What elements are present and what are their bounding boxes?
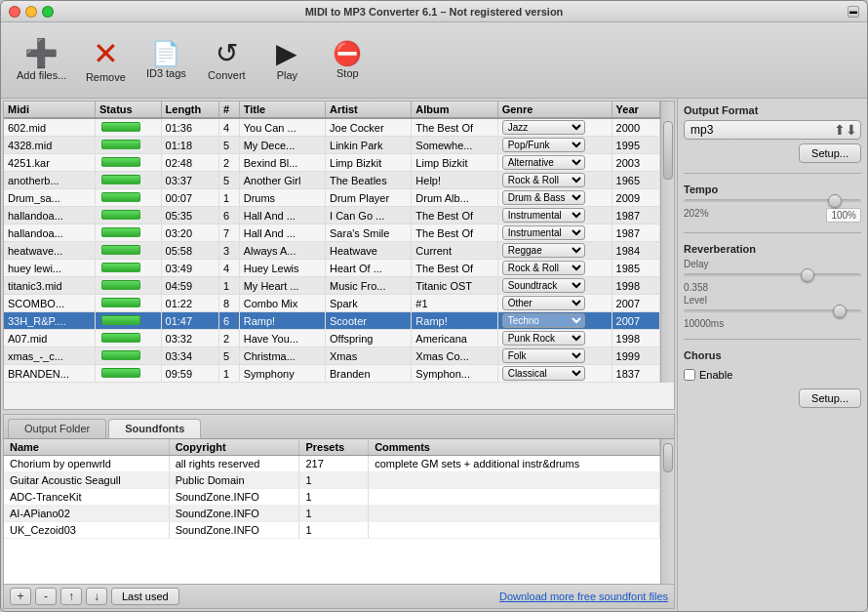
table-row[interactable]: hallandoa...05:356Hall And ...I Can Go .… (4, 207, 660, 224)
col-status: Status (96, 102, 162, 118)
cell-num: 5 (218, 172, 239, 189)
sf-scrollbar-thumb[interactable] (663, 443, 673, 472)
genre-select[interactable]: JazzPop/FunkAlternativeRock & RollDrum &… (502, 296, 585, 310)
cell-album: Ramp! (412, 312, 497, 330)
genre-select[interactable]: JazzPop/FunkAlternativeRock & RollDrum &… (502, 366, 585, 381)
cell-midi: A07.mid (4, 330, 96, 347)
delay-slider-thumb[interactable] (801, 268, 814, 282)
table-row[interactable]: xmas_-_c...03:345Christma...XmasXmas Co.… (4, 347, 660, 365)
soundfont-row[interactable]: ADC-TranceKitSoundZone.INFO1 (4, 489, 660, 506)
output-format-label: Output Format (684, 104, 861, 116)
status-bar-indicator (101, 122, 140, 132)
chorus-enable-checkbox[interactable] (684, 369, 695, 381)
tab-bar: Output Folder Soundfonts (4, 415, 674, 439)
table-row[interactable]: hallandoa...03:207Hall And ...Sara's Smi… (4, 224, 660, 242)
cell-title: My Dece... (239, 137, 325, 154)
output-format-select[interactable]: mp3 wav ogg (684, 120, 861, 140)
download-link[interactable]: Download more free soundfont files (499, 591, 668, 602)
play-icon: ▶ (276, 40, 297, 67)
tempo-slider-thumb[interactable] (828, 194, 842, 208)
genre-select[interactable]: JazzPop/FunkAlternativeRock & RollDrum &… (502, 225, 585, 240)
genre-select[interactable]: JazzPop/FunkAlternativeRock & RollDrum &… (502, 190, 585, 205)
id3-tags-button[interactable]: 📄 ID3 tags (137, 27, 195, 94)
tempo-reset[interactable]: 100% (826, 208, 861, 223)
cell-length: 02:48 (161, 154, 218, 172)
genre-select[interactable]: JazzPop/FunkAlternativeRock & RollDrum &… (502, 173, 585, 187)
close-button[interactable] (9, 6, 20, 18)
table-row[interactable]: titanic3.mid04:591My Heart ...Music Fro.… (4, 277, 660, 295)
genre-select[interactable]: JazzPop/FunkAlternativeRock & RollDrum &… (502, 243, 585, 258)
left-panel: Midi Status Length # Title Artist Album … (1, 99, 677, 611)
table-row[interactable]: A07.mid03:322Have You...OffspringAmerica… (4, 330, 660, 347)
table-row[interactable]: 4251.kar02:482Bexind Bl...Limp BizkitLim… (4, 154, 660, 172)
genre-select[interactable]: JazzPop/FunkAlternativeRock & RollDrum &… (502, 331, 585, 346)
id3-icon: 📄 (151, 42, 180, 65)
cell-year: 1998 (612, 330, 659, 347)
soundfont-down-button[interactable]: ↓ (86, 588, 107, 605)
minimize-button[interactable] (25, 6, 37, 18)
genre-select[interactable]: JazzPop/FunkAlternativeRock & RollDrum &… (502, 348, 585, 363)
soundfont-row[interactable]: UK_Cezoid03SoundZone.INFO1 (4, 522, 660, 539)
table-row[interactable]: anotherb...03:375Another GirlThe Beatles… (4, 172, 660, 189)
sf-comments (369, 506, 660, 522)
soundfont-row[interactable]: Guitar Acoustic SeagullPublic Domain1 (4, 472, 660, 489)
soundfont-scrollbar[interactable] (660, 439, 674, 584)
maximize-button[interactable] (42, 6, 54, 18)
cell-length: 01:36 (161, 118, 218, 137)
table-row[interactable]: heatwave...05:583Always A...HeatwaveCurr… (4, 242, 660, 260)
table-row[interactable]: huey lewi...03:494Huey LewisHeart Of ...… (4, 260, 660, 277)
genre-select[interactable]: JazzPop/FunkAlternativeRock & RollDrum &… (502, 278, 585, 293)
main-content: Midi Status Length # Title Artist Album … (1, 99, 867, 611)
cell-midi: 602.mid (4, 118, 96, 137)
table-row[interactable]: 33H_R&P....01:476Ramp!ScooterRamp!JazzPo… (4, 312, 660, 330)
table-row[interactable]: 4328.mid01:185My Dece...Linkin ParkSomew… (4, 137, 660, 154)
stop-button[interactable]: ⛔ Stop (318, 27, 376, 94)
genre-select[interactable]: JazzPop/FunkAlternativeRock & RollDrum &… (502, 261, 585, 275)
output-format-setup-button[interactable]: Setup... (799, 143, 861, 163)
soundfont-add-button[interactable]: + (10, 588, 31, 605)
cell-midi: hallandoa... (4, 207, 96, 224)
table-row[interactable]: Drum_sa...00:071DrumsDrum PlayerDrum Alb… (4, 189, 660, 207)
collapse-button[interactable]: ▬ (848, 6, 859, 18)
play-button[interactable]: ▶ Play (257, 27, 316, 94)
genre-select[interactable]: JazzPop/FunkAlternativeRock & RollDrum &… (502, 155, 585, 170)
file-table-scrollbar[interactable] (660, 102, 674, 383)
soundfont-row[interactable]: Chorium by openwrldall rights reserved21… (4, 456, 660, 472)
scrollbar-thumb[interactable] (663, 121, 673, 180)
add-files-button[interactable]: ➕ Add files... (9, 27, 74, 94)
tab-soundfonts[interactable]: Soundfonts (108, 419, 201, 438)
convert-button[interactable]: ↺ Convert (197, 27, 256, 94)
table-row[interactable]: 602.mid01:364You Can ...Joe CockerThe Be… (4, 118, 660, 137)
remove-button[interactable]: ✕ Remove (76, 27, 135, 94)
soundfont-remove-button[interactable]: - (35, 588, 57, 605)
soundfont-up-button[interactable]: ↑ (60, 588, 82, 605)
genre-select[interactable]: JazzPop/FunkAlternativeRock & RollDrum &… (502, 120, 585, 135)
cell-year: 1999 (612, 347, 659, 365)
cell-year: 1965 (612, 172, 659, 189)
tab-output-folder[interactable]: Output Folder (8, 419, 106, 438)
soundfont-row[interactable]: AI-APiano02SoundZone.INFO1 (4, 506, 660, 522)
level-slider-thumb[interactable] (833, 305, 847, 318)
chorus-setup-button[interactable]: Setup... (799, 388, 861, 408)
add-icon: ➕ (24, 40, 59, 67)
genre-select[interactable]: JazzPop/FunkAlternativeRock & RollDrum &… (502, 138, 585, 152)
cell-length: 03:32 (161, 330, 218, 347)
cell-artist: Sara's Smile (326, 224, 412, 242)
cell-year: 1998 (612, 277, 659, 295)
cell-artist: Heatwave (326, 242, 412, 260)
sf-copyright: SoundZone.INFO (169, 489, 299, 506)
table-row[interactable]: SCOMBO...01:228Combo MixSpark#1JazzPop/F… (4, 295, 660, 312)
chorus-enable-label[interactable]: Enable (699, 369, 732, 381)
genre-select[interactable]: JazzPop/FunkAlternativeRock & RollDrum &… (502, 208, 585, 223)
table-row[interactable]: BRANDEN...09:591SymphonyBrandenSymphon..… (4, 365, 660, 383)
cell-midi: SCOMBO... (4, 295, 96, 312)
file-table: Midi Status Length # Title Artist Album … (4, 102, 660, 383)
genre-select[interactable]: JazzPop/FunkAlternativeRock & RollDrum &… (502, 313, 585, 328)
last-used-button[interactable]: Last used (111, 588, 179, 605)
cell-length: 01:18 (161, 137, 218, 154)
status-bar-indicator (101, 280, 140, 290)
sf-copyright: all rights reserved (169, 456, 299, 472)
cell-length: 03:37 (161, 172, 218, 189)
sf-name: ADC-TranceKit (4, 489, 169, 506)
cell-year: 1837 (612, 365, 659, 383)
